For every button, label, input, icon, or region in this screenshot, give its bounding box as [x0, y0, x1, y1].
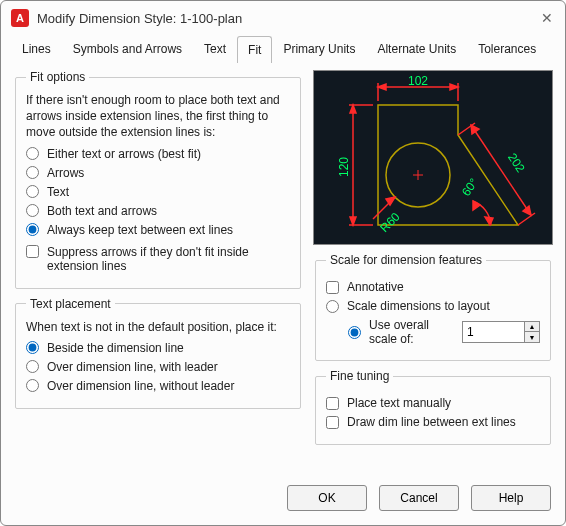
fit-option-4-label: Always keep text between ext lines [47, 223, 233, 237]
preview-crosshair [413, 170, 423, 180]
fit-options-desc: If there isn't enough room to place both… [26, 92, 290, 141]
help-button[interactable]: Help [471, 485, 551, 511]
text-placement-option-0-label: Beside the dimension line [47, 341, 184, 355]
tab-tolerances[interactable]: Tolerances [467, 35, 547, 62]
draw-dim-checkbox[interactable]: Draw dim line between ext lines [326, 415, 540, 429]
text-placement-radios: Beside the dimension lineOver dimension … [26, 341, 290, 393]
svg-marker-7 [450, 84, 458, 90]
left-column: Fit options If there isn't enough room t… [13, 70, 303, 463]
content-area: Fit options If there isn't enough room t… [1, 64, 565, 475]
tab-strip: LinesSymbols and ArrowsTextFitPrimary Un… [1, 35, 565, 63]
tab-alternate-units[interactable]: Alternate Units [366, 35, 467, 62]
scale-layout-label: Scale dimensions to layout [347, 299, 490, 313]
fit-option-4-input[interactable] [26, 223, 39, 236]
dim-102-label: 102 [408, 75, 428, 88]
scale-value-spinner[interactable]: ▲ ▼ [462, 321, 540, 343]
text-placement-option-0-input[interactable] [26, 341, 39, 354]
scale-overall-row: Use overall scale of: ▲ ▼ [348, 318, 540, 346]
cancel-button[interactable]: Cancel [379, 485, 459, 511]
dim-left [349, 105, 373, 225]
dim-diag [458, 123, 535, 225]
svg-marker-19 [473, 201, 480, 210]
draw-dim-label: Draw dim line between ext lines [347, 415, 516, 429]
scale-overall-radio[interactable]: Use overall scale of: [348, 318, 450, 346]
suppress-arrows-checkbox[interactable]: Suppress arrows if they don't fit inside… [26, 245, 290, 273]
fit-options-radios: Either text or arrows (best fit)ArrowsTe… [26, 147, 290, 237]
place-manually-checkbox[interactable]: Place text manually [326, 396, 540, 410]
app-icon: A [11, 9, 29, 27]
fit-option-4[interactable]: Always keep text between ext lines [26, 223, 290, 237]
fit-option-0-label: Either text or arrows (best fit) [47, 147, 201, 161]
tab-text[interactable]: Text [193, 35, 237, 62]
scale-legend: Scale for dimension features [326, 253, 486, 267]
suppress-arrows-label: Suppress arrows if they don't fit inside… [47, 245, 290, 273]
fit-options-legend: Fit options [26, 70, 89, 84]
svg-marker-6 [378, 84, 386, 90]
annotative-checkbox[interactable]: Annotative [326, 280, 540, 294]
scale-layout-input[interactable] [326, 300, 339, 313]
fit-options-group: Fit options If there isn't enough room t… [15, 70, 301, 289]
dialog-footer: OK Cancel Help [1, 475, 565, 525]
scale-group: Scale for dimension features Annotative … [315, 253, 551, 361]
place-manually-input[interactable] [326, 397, 339, 410]
titlebar: A Modify Dimension Style: 1-100-plan ✕ [1, 1, 565, 35]
text-placement-option-2[interactable]: Over dimension line, without leader [26, 379, 290, 393]
fit-option-2-input[interactable] [26, 185, 39, 198]
svg-marker-18 [485, 217, 493, 225]
scale-value-input[interactable] [462, 321, 524, 343]
fit-option-1-label: Arrows [47, 166, 84, 180]
fine-tuning-group: Fine tuning Place text manually Draw dim… [315, 369, 551, 445]
annotative-label: Annotative [347, 280, 404, 294]
dimension-preview: 102 120 [313, 70, 553, 245]
fit-option-1[interactable]: Arrows [26, 166, 290, 180]
text-placement-option-2-label: Over dimension line, without leader [47, 379, 234, 393]
dim-r60-label: R60 [377, 209, 403, 235]
scale-overall-label: Use overall scale of: [369, 318, 450, 346]
place-manually-label: Place text manually [347, 396, 451, 410]
svg-marker-17 [523, 206, 531, 215]
svg-marker-16 [471, 125, 479, 134]
right-column: 102 120 [313, 70, 553, 463]
text-placement-option-0[interactable]: Beside the dimension line [26, 341, 290, 355]
fit-option-2-label: Text [47, 185, 69, 199]
spinner-up-icon[interactable]: ▲ [525, 322, 539, 332]
dim-202-label: 202 [505, 151, 528, 176]
scale-layout-radio[interactable]: Scale dimensions to layout [326, 299, 540, 313]
text-placement-group: Text placement When text is not in the d… [15, 297, 301, 409]
fit-option-0-input[interactable] [26, 147, 39, 160]
fit-option-3[interactable]: Both text and arrows [26, 204, 290, 218]
text-placement-option-1-input[interactable] [26, 360, 39, 373]
spinner-arrows: ▲ ▼ [524, 321, 540, 343]
fit-option-3-label: Both text and arrows [47, 204, 157, 218]
text-placement-legend: Text placement [26, 297, 115, 311]
fit-option-0[interactable]: Either text or arrows (best fit) [26, 147, 290, 161]
tab-primary-units[interactable]: Primary Units [272, 35, 366, 62]
svg-marker-11 [350, 105, 356, 113]
svg-line-15 [518, 213, 535, 225]
tab-fit[interactable]: Fit [237, 36, 272, 63]
text-placement-option-1[interactable]: Over dimension line, with leader [26, 360, 290, 374]
fit-option-3-input[interactable] [26, 204, 39, 217]
fit-option-2[interactable]: Text [26, 185, 290, 199]
dim-angle [473, 201, 493, 225]
svg-marker-12 [350, 217, 356, 225]
spinner-down-icon[interactable]: ▼ [525, 332, 539, 342]
window-title: Modify Dimension Style: 1-100-plan [37, 11, 539, 26]
suppress-arrows-input[interactable] [26, 245, 39, 258]
tab-symbols-and-arrows[interactable]: Symbols and Arrows [62, 35, 193, 62]
scale-overall-input[interactable] [348, 326, 361, 339]
tab-lines[interactable]: Lines [11, 35, 62, 62]
draw-dim-input[interactable] [326, 416, 339, 429]
text-placement-option-1-label: Over dimension line, with leader [47, 360, 218, 374]
fine-tuning-legend: Fine tuning [326, 369, 393, 383]
dim-120-label: 120 [337, 157, 351, 177]
preview-svg: 102 120 [323, 75, 543, 240]
dialog-window: A Modify Dimension Style: 1-100-plan ✕ L… [0, 0, 566, 526]
ok-button[interactable]: OK [287, 485, 367, 511]
close-icon[interactable]: ✕ [539, 10, 555, 26]
text-placement-option-2-input[interactable] [26, 379, 39, 392]
annotative-input[interactable] [326, 281, 339, 294]
dim-60deg-label: 60° [459, 176, 481, 199]
text-placement-desc: When text is not in the default position… [26, 319, 290, 335]
fit-option-1-input[interactable] [26, 166, 39, 179]
